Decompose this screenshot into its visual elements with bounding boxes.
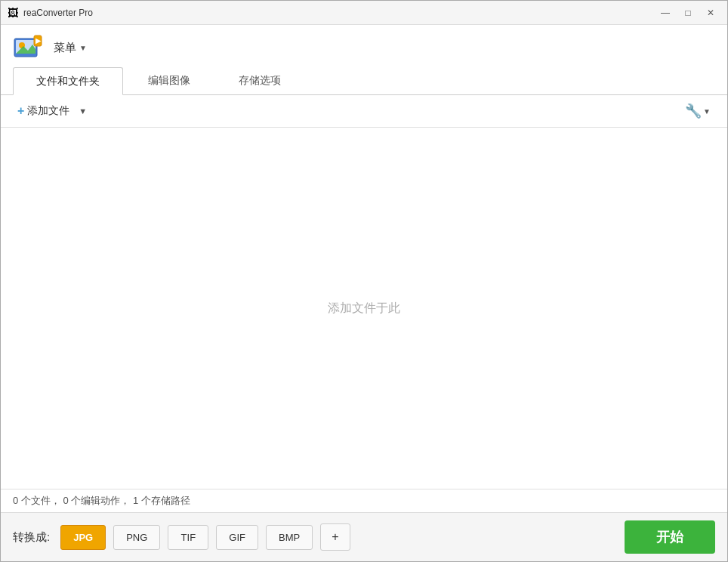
format-bmp-button[interactable]: BMP [266,525,313,550]
status-bar: 0 个文件， 0 个编辑动作， 1 个存储路径 [1,489,727,512]
settings-button[interactable]: 🔧 ▼ [680,100,715,122]
main-content-area: 添加文件于此 [1,128,727,489]
svg-text:▶: ▶ [35,37,42,45]
title-bar: 🖼 reaConverter Pro — □ ✕ [1,1,727,25]
toolbar: ▶ 菜单 ▼ [1,25,727,67]
menu-label: 菜单 [54,41,76,55]
format-png-button[interactable]: PNG [113,525,160,550]
app-window: 🖼 reaConverter Pro — □ ✕ ▶ 菜单 ▼ 文件和文件 [0,0,728,562]
start-button[interactable]: 开始 [625,520,715,554]
tab-bar: 文件和文件夹 编辑图像 存储选项 [1,67,727,95]
format-jpg-button[interactable]: JPG [60,525,106,550]
maximize-button[interactable]: □ [677,4,699,22]
action-bar: + 添加文件 ▼ 🔧 ▼ [1,95,727,128]
convert-label: 转换成: [13,530,50,545]
app-title: reaConverter Pro [23,8,655,18]
tab-files[interactable]: 文件和文件夹 [13,67,123,95]
drop-placeholder-text: 添加文件于此 [328,301,400,317]
bottom-bar: 转换成: JPG PNG TIF GIF BMP + 开始 [1,512,727,561]
menu-button[interactable]: 菜单 ▼ [49,38,91,58]
format-gif-button[interactable]: GIF [216,525,258,550]
close-button[interactable]: ✕ [700,4,721,22]
settings-wrench-icon: 🔧 [685,103,702,119]
menu-chevron-icon: ▼ [79,44,87,52]
add-file-label: 添加文件 [27,104,69,118]
format-tif-button[interactable]: TIF [168,525,208,550]
app-icon: 🖼 [7,7,19,19]
settings-chevron-icon: ▼ [703,107,711,116]
add-file-plus-icon: + [17,104,24,118]
tab-storage[interactable]: 存储选项 [215,67,304,94]
app-logo: ▶ [13,32,43,63]
add-file-button[interactable]: + 添加文件 [13,101,74,121]
add-file-dropdown-button[interactable]: ▼ [76,103,90,119]
status-text: 0 个文件， 0 个编辑动作， 1 个存储路径 [13,495,190,506]
add-format-button[interactable]: + [320,523,350,551]
action-bar-right: 🔧 ▼ [680,100,715,122]
tab-edit[interactable]: 编辑图像 [125,67,214,94]
window-controls: — □ ✕ [655,4,721,22]
minimize-button[interactable]: — [655,4,676,22]
